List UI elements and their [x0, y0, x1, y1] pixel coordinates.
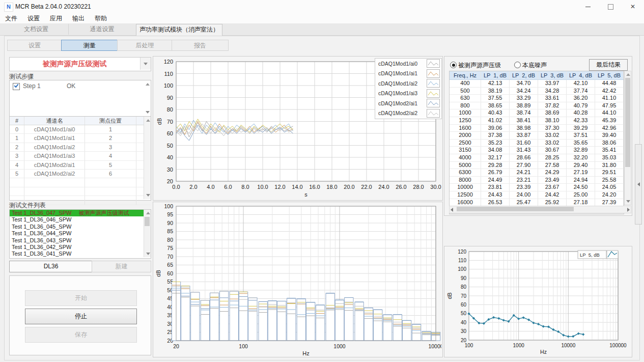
cell: 35.65	[567, 140, 595, 147]
scroll-down-icon[interactable]	[625, 199, 631, 204]
scroll-up-icon[interactable]	[145, 210, 151, 216]
stop-button[interactable]: 停止	[25, 309, 137, 324]
close-button[interactable]: ✕	[622, 0, 644, 13]
table-row[interactable]: 500029.2827.9027.5829.4031.80	[450, 162, 624, 170]
list-item[interactable]: Test 1_DL36_041_SPW	[10, 250, 151, 257]
legend-item[interactable]: cDAQ1Mod1/ai0	[375, 59, 441, 69]
cell: 25.58	[595, 177, 624, 184]
menu-item-2[interactable]: 应用	[45, 13, 67, 23]
svg-text:40: 40	[167, 154, 173, 160]
table-row[interactable]: 63037.5533.2933.6136.2041.10	[450, 95, 624, 102]
scroll-up-icon[interactable]	[145, 81, 150, 87]
subtab-0[interactable]: 设置	[7, 40, 62, 51]
scrollbar-thumb[interactable]	[625, 78, 630, 167]
steps-list[interactable]: Step 1 OK	[9, 80, 151, 117]
chart-legend: cDAQ1Mod1/ai0cDAQ1Mod1/ai1cDAQ1Mod1/ai2c…	[375, 58, 442, 119]
file-list-scrollbar[interactable]	[144, 210, 151, 257]
table-row[interactable]: 250035.2331.6033.0235.6538.06	[450, 140, 624, 147]
scroll-left-icon[interactable]	[451, 208, 453, 212]
tab-1[interactable]: 通道设置	[68, 24, 136, 35]
svg-text:80: 80	[461, 284, 467, 290]
svg-text:100: 100	[458, 266, 466, 272]
scrollbar-thumb[interactable]	[145, 217, 150, 226]
subtab-1[interactable]: 测量	[61, 40, 118, 51]
list-item[interactable]: Test 1_DL36_044_SPW	[10, 230, 151, 237]
radio-source-level[interactable]	[450, 62, 457, 68]
list-item[interactable]: Test 1_DL36_046_SPW	[10, 216, 151, 223]
table-row[interactable]: 800024.4923.2123.4924.9425.58	[450, 177, 624, 184]
subtab-3[interactable]: 报告	[172, 40, 229, 51]
table-row[interactable]: 1cDAQ1Mod1/ai12	[10, 134, 151, 143]
table-row[interactable]: 80038.6538.8937.8240.7947.95	[450, 102, 624, 110]
scroll-down-icon[interactable]	[145, 109, 150, 115]
menu-item-0[interactable]: 文件	[0, 13, 22, 23]
results-table-vscrollbar[interactable]	[624, 71, 631, 205]
scroll-up-icon[interactable]	[145, 118, 151, 123]
radio-noise-label[interactable]: 本底噪声	[522, 61, 547, 70]
save-button[interactable]: 保存	[25, 327, 137, 343]
test-type-dropdown[interactable]: 被测声源声压级测试	[9, 57, 151, 71]
cell: 27.18	[567, 199, 595, 206]
cell	[10, 187, 24, 196]
legend-item[interactable]: cDAQ1Mod2/ai2	[375, 108, 441, 119]
cell: 38.98	[510, 125, 538, 132]
list-item[interactable]: Test 1_DL36_043_SPW	[10, 237, 151, 244]
minimize-button[interactable]	[577, 0, 599, 13]
table-row[interactable]: 50038.1934.2434.2837.7442.42	[450, 88, 624, 95]
scroll-right-icon[interactable]	[627, 208, 630, 212]
table-row[interactable]: 630026.7924.2124.2927.1929.51	[450, 169, 624, 177]
step-item[interactable]: Step 1 OK	[10, 81, 142, 91]
tab-2[interactable]: 声功率测试模块（消声室法）	[136, 24, 222, 36]
table-row[interactable]: 1000023.8123.3923.6724.5024.05	[450, 184, 624, 191]
collapse-panel-button[interactable]	[635, 144, 642, 225]
scroll-up-icon[interactable]	[625, 72, 631, 77]
table-row[interactable]: 40042.1334.7033.9742.1044.48	[450, 80, 624, 88]
legend-item[interactable]: cDAQ1Mod2/ai1	[375, 98, 441, 108]
menu-item-3[interactable]: 输出	[67, 13, 90, 23]
start-button[interactable]: 开始	[25, 290, 137, 306]
menu-item-4[interactable]: 帮助	[90, 13, 112, 23]
channel-table-scrollbar[interactable]	[144, 117, 151, 199]
list-item[interactable]: Test 1_DL36_045_SPW	[10, 224, 151, 230]
results-table-hscrollbar[interactable]	[449, 206, 631, 213]
table-row[interactable]: 1250024.4324.0024.4225.0024.20	[450, 191, 624, 199]
maximize-button[interactable]	[599, 0, 622, 13]
legend-item[interactable]: cDAQ1Mod1/ai1	[375, 69, 441, 79]
step-checkbox-icon[interactable]	[13, 83, 20, 90]
list-item[interactable]: Test 1_DL36_042_SPW	[10, 244, 151, 250]
table-row[interactable]: 100040.4338.7438.6940.2844.10	[450, 109, 624, 117]
table-row[interactable]: 160039.0638.9837.3039.2942.96	[450, 125, 624, 132]
scrollbar-thumb[interactable]	[457, 207, 574, 211]
svg-text:12.0: 12.0	[274, 184, 285, 190]
legend-item[interactable]: cDAQ1Mod1/ai2	[375, 78, 441, 89]
table-row[interactable]: 2cDAQ1Mod1/ai23	[10, 143, 151, 152]
subtab-2[interactable]: 后处理	[117, 40, 173, 51]
scroll-down-icon[interactable]	[145, 251, 151, 257]
cell	[24, 187, 85, 196]
table-row[interactable]: 3cDAQ1Mod1/ai34	[10, 152, 151, 160]
table-row[interactable]: 5cDAQ1Mod2/ai26	[10, 170, 151, 178]
table-row[interactable]: 1600026.5325.4725.9227.1827.39	[450, 199, 624, 207]
dropdown-button[interactable]	[140, 58, 151, 70]
final-result-button[interactable]: 最后结果	[589, 59, 628, 71]
table-row[interactable]: 4cDAQ1Mod2/ai15	[10, 161, 151, 170]
table-row[interactable]: 125041.0238.4138.1042.3345.39	[450, 117, 624, 125]
menu-item-1[interactable]: 设置	[22, 13, 45, 23]
cell: 41.10	[595, 95, 624, 102]
table-row[interactable]: 315034.0831.4330.6732.8935.41	[450, 147, 624, 154]
radio-background-noise[interactable]	[514, 62, 521, 68]
cell: 45.39	[595, 117, 624, 124]
table-row[interactable]: 0cDAQ1Mod1/ai01	[10, 125, 151, 134]
cell: cDAQ1Mod1/ai0	[24, 125, 85, 133]
list-item[interactable]: Test 1_DL36_047_SPW被测声源声压级测试	[10, 210, 151, 216]
radio-source-label[interactable]: 被测声源声压级	[458, 61, 501, 70]
cell: 5	[85, 161, 136, 169]
tab-0[interactable]: 文档设置	[4, 24, 69, 35]
table-row[interactable]: 400032.1728.6628.2532.2035.03	[450, 154, 624, 162]
legend-item[interactable]: cDAQ1Mod1/ai3	[375, 89, 441, 99]
dl36-button[interactable]: DL36	[9, 261, 93, 272]
table-row[interactable]: 200037.3833.8733.0237.5139.40	[450, 132, 624, 140]
new-button[interactable]: 新建	[92, 261, 151, 272]
cell: 33.61	[538, 95, 567, 102]
scroll-down-icon[interactable]	[145, 192, 151, 198]
